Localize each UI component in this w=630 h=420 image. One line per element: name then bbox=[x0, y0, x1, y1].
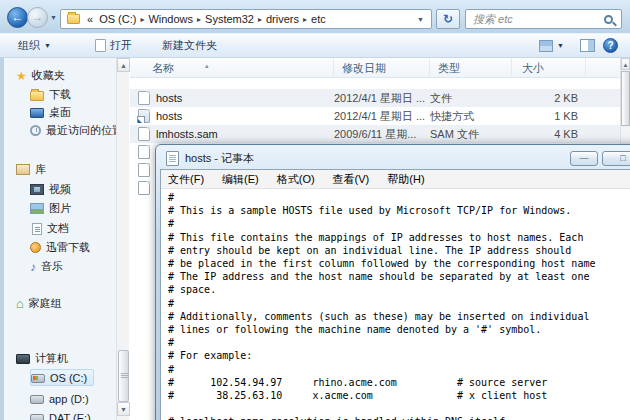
menu-help[interactable]: 帮助(H) bbox=[378, 172, 433, 187]
search-icon[interactable] bbox=[604, 15, 613, 24]
star-icon: ★ bbox=[16, 70, 27, 82]
column-header-date[interactable]: 修改日期 bbox=[334, 58, 430, 78]
folder-icon bbox=[67, 14, 80, 24]
organize-button[interactable]: 组织 ▼ bbox=[10, 35, 59, 56]
column-header-name[interactable]: 名称 ▴ bbox=[130, 58, 334, 78]
sidebar-group-favorites[interactable]: ★ 收藏夹 bbox=[16, 67, 65, 84]
menu-view[interactable]: 查看(V) bbox=[324, 172, 379, 187]
scrollbar-thumb[interactable] bbox=[621, 71, 630, 126]
file-icon bbox=[138, 91, 150, 105]
column-header-type[interactable]: 类型 bbox=[430, 58, 512, 78]
file-row-hosts[interactable]: hosts 2012/4/1 星期日 ... 文件 2 KB bbox=[130, 89, 620, 107]
breadcrumb-item-drivers[interactable]: drivers bbox=[263, 13, 302, 25]
sort-ascending-icon: ▴ bbox=[205, 56, 209, 76]
column-headers: 名称 ▴ 修改日期 类型 大小 bbox=[130, 58, 620, 78]
notepad-icon bbox=[166, 151, 179, 166]
refresh-button[interactable]: ↻ bbox=[436, 9, 460, 29]
file-icon bbox=[138, 127, 150, 141]
new-folder-button[interactable]: 新建文件夹 bbox=[154, 35, 225, 56]
breadcrumb-overflow[interactable]: « bbox=[84, 13, 96, 25]
sidebar-item-downloads[interactable]: 下载 bbox=[30, 86, 71, 103]
sidebar-group-computer[interactable]: 计算机 bbox=[16, 350, 68, 367]
menu-file[interactable]: 文件(F) bbox=[161, 172, 213, 187]
file-row-hosts-shortcut[interactable]: hosts 2012/4/1 星期日 ... 快捷方式 1 KB bbox=[130, 107, 620, 125]
address-dropdown-caret-icon[interactable]: ▼ bbox=[414, 16, 427, 23]
help-button[interactable]: ? bbox=[603, 38, 618, 53]
explorer-address-bar: ← → ▼ « OS (C:) ▸ Windows ▸ System32 ▸ d… bbox=[0, 0, 630, 33]
explorer-toolbar: 组织 ▼ 打开 新建文件夹 ▼ ? bbox=[0, 33, 630, 58]
breadcrumb-item-windows[interactable]: Windows bbox=[145, 13, 196, 25]
sidebar-item-drive-e[interactable]: DAT (E:) bbox=[30, 409, 91, 420]
desktop-icon bbox=[30, 108, 44, 118]
document-icon bbox=[95, 39, 106, 52]
search-placeholder: 搜索 etc bbox=[470, 12, 604, 27]
sidebar-item-recent-places[interactable]: 最近访问的位置 bbox=[30, 122, 123, 139]
sidebar-item-pictures[interactable]: 图片 bbox=[30, 200, 71, 217]
breadcrumb-item-system32[interactable]: System32 bbox=[202, 13, 257, 25]
new-folder-label: 新建文件夹 bbox=[162, 38, 217, 53]
shortcut-arrow-icon bbox=[138, 119, 142, 123]
sidebar-group-homegroup[interactable]: ⌂ 家庭组 bbox=[16, 295, 62, 312]
back-button[interactable]: ← bbox=[7, 7, 28, 28]
notepad-client-area: 文件(F) 编辑(E) 格式(O) 查看(V) 帮助(H) # # This i… bbox=[160, 169, 630, 420]
drive-e-icon bbox=[30, 414, 44, 420]
sidebar-item-thunder-downloads[interactable]: 迅雷下载 bbox=[30, 239, 90, 256]
preview-pane-button[interactable] bbox=[580, 39, 595, 52]
sidebar-item-drive-c[interactable]: OS (C:) bbox=[30, 369, 94, 386]
file-row-lmhosts[interactable]: lmhosts.sam 2009/6/11 星期... SAM 文件 4 KB bbox=[130, 125, 620, 143]
scrollbar-thumb[interactable] bbox=[118, 350, 129, 402]
column-header-size[interactable]: 大小 bbox=[512, 58, 586, 78]
file-icon bbox=[138, 181, 150, 195]
menu-format[interactable]: 格式(O) bbox=[268, 172, 324, 187]
desktop-screen: ← → ▼ « OS (C:) ▸ Windows ▸ System32 ▸ d… bbox=[0, 0, 630, 420]
sidebar-item-desktop[interactable]: 桌面 bbox=[30, 104, 71, 121]
sidebar-item-videos[interactable]: 视频 bbox=[30, 181, 71, 198]
homegroup-icon: ⌂ bbox=[16, 298, 24, 310]
caret-down-icon: ▼ bbox=[44, 42, 51, 49]
breadcrumb-item-os-c[interactable]: OS (C:) bbox=[96, 13, 139, 25]
file-icon bbox=[138, 145, 150, 159]
caret-down-icon: ▼ bbox=[557, 42, 564, 49]
file-icon bbox=[138, 163, 150, 177]
maximize-button[interactable]: □ bbox=[602, 151, 630, 166]
scroll-down-icon[interactable]: ▼ bbox=[117, 402, 130, 416]
downloads-folder-icon bbox=[30, 91, 44, 101]
search-input[interactable]: 搜索 etc bbox=[465, 9, 622, 29]
forward-button[interactable]: → bbox=[27, 7, 48, 28]
minimize-button[interactable]: — bbox=[570, 151, 598, 166]
clock-icon bbox=[30, 125, 41, 136]
music-note-icon: ♪ bbox=[30, 261, 36, 273]
pictures-icon bbox=[30, 203, 44, 214]
videos-icon bbox=[30, 184, 44, 195]
nav-history-caret-icon[interactable]: ▼ bbox=[50, 14, 57, 21]
navigation-pane-scrollbar[interactable]: ▲ ▼ bbox=[116, 58, 129, 420]
breadcrumb[interactable]: « OS (C:) ▸ Windows ▸ System32 ▸ drivers… bbox=[60, 9, 432, 29]
notepad-menu-bar: 文件(F) 编辑(E) 格式(O) 查看(V) 帮助(H) bbox=[161, 170, 630, 189]
notepad-window: hosts - 记事本 — □ 文件(F) 编辑(E) 格式(O) 查看(V) … bbox=[155, 144, 630, 420]
open-label: 打开 bbox=[110, 38, 132, 53]
views-icon bbox=[539, 40, 553, 52]
scroll-up-icon[interactable]: ▲ bbox=[117, 58, 130, 72]
organize-label: 组织 bbox=[18, 38, 40, 53]
thunder-icon bbox=[30, 242, 41, 253]
drive-d-icon bbox=[30, 395, 44, 404]
menu-edit[interactable]: 编辑(E) bbox=[213, 172, 268, 187]
breadcrumb-item-etc[interactable]: etc bbox=[308, 13, 329, 25]
shortcut-file-icon bbox=[138, 109, 150, 123]
notepad-title: hosts - 记事本 bbox=[185, 151, 254, 166]
sidebar-item-music[interactable]: ♪ 音乐 bbox=[30, 258, 63, 275]
sidebar-group-libraries[interactable]: 库 bbox=[16, 161, 46, 178]
notepad-text-area[interactable]: # # This is a sample HOSTS file used by … bbox=[161, 189, 630, 420]
scroll-up-icon[interactable]: ▲ bbox=[621, 58, 630, 70]
computer-icon bbox=[16, 354, 30, 364]
sidebar-item-drive-d[interactable]: app (D:) bbox=[30, 390, 89, 407]
views-button[interactable]: ▼ bbox=[531, 37, 572, 55]
navigation-pane: ★ 收藏夹 下载 桌面 最近访问的位置 库 bbox=[4, 58, 116, 420]
libraries-icon bbox=[16, 164, 30, 175]
drive-c-icon bbox=[31, 374, 45, 383]
open-button[interactable]: 打开 bbox=[87, 35, 140, 56]
documents-icon bbox=[32, 223, 42, 235]
sidebar-item-documents[interactable]: 文档 bbox=[30, 220, 69, 237]
notepad-title-bar[interactable]: hosts - 记事本 bbox=[160, 149, 630, 167]
